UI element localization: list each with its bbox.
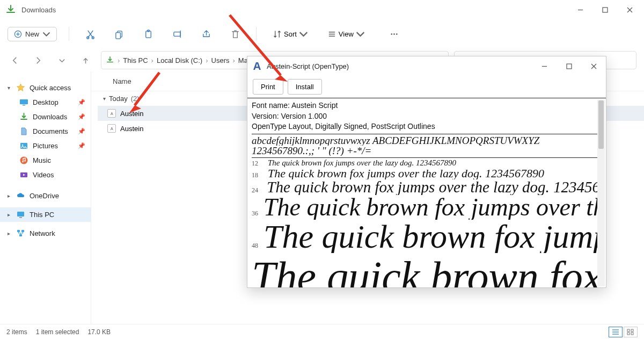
forward-button[interactable] — [31, 53, 45, 67]
chevron-right-icon: ▸ — [5, 212, 12, 218]
sort-button[interactable]: Sort — [268, 27, 312, 41]
sidebar-item-network[interactable]: ▸ Network — [0, 226, 91, 241]
share-icon[interactable] — [197, 25, 215, 43]
copy-icon[interactable] — [110, 25, 128, 43]
print-button[interactable]: Print — [253, 79, 283, 95]
file-name: Austein — [120, 125, 143, 133]
group-count: (2) — [131, 95, 140, 103]
svg-rect-11 — [145, 31, 151, 37]
minimize-button[interactable] — [532, 56, 557, 76]
sidebar-item-label: Pictures — [33, 142, 58, 150]
network-icon — [16, 229, 25, 238]
font-version-line: Version: Version 1.000 — [252, 111, 601, 122]
status-bar: 2 items 1 item selected 17.0 KB — [0, 324, 644, 339]
svg-point-28 — [22, 161, 24, 163]
new-button[interactable]: New — [8, 27, 57, 41]
font-name-line: Font name: Austein Script — [252, 100, 601, 111]
sample-size: 18 — [252, 171, 262, 179]
font-file-icon: A — [107, 124, 116, 133]
delete-icon[interactable] — [226, 25, 244, 43]
divider — [256, 27, 257, 41]
view-button[interactable]: View — [323, 27, 369, 41]
explorer-title: Downloads — [21, 6, 56, 14]
sample-size: 48 — [252, 242, 258, 250]
svg-rect-1 — [603, 8, 608, 12]
sidebar-item-desktop[interactable]: Desktop 📌 — [0, 95, 91, 110]
crumb-users[interactable]: Users — [211, 56, 230, 64]
cut-icon[interactable] — [81, 25, 99, 43]
downloads-folder-icon — [5, 4, 16, 15]
sidebar-item-label: Desktop — [33, 98, 58, 106]
svg-rect-31 — [17, 212, 24, 217]
scrollbar-thumb[interactable] — [598, 100, 604, 149]
pin-icon: 📌 — [78, 113, 85, 120]
sort-label: Sort — [284, 30, 297, 38]
svg-rect-44 — [567, 64, 572, 69]
maximize-button[interactable] — [592, 0, 617, 19]
icons-view-toggle[interactable] — [624, 327, 638, 337]
file-name: Austein — [120, 110, 143, 118]
svg-rect-13 — [173, 32, 180, 36]
rename-icon[interactable] — [168, 25, 186, 43]
install-button[interactable]: Install — [288, 79, 322, 95]
maximize-button[interactable] — [557, 56, 581, 76]
back-button[interactable] — [8, 53, 21, 67]
sample-text: The quick brown fox jumps over the lazy … — [268, 168, 544, 179]
videos-icon — [19, 170, 28, 179]
sidebar-item-label: Downloads — [33, 113, 67, 121]
svg-point-8 — [92, 37, 94, 39]
crumb-disk[interactable]: Local Disk (C:) — [157, 56, 202, 64]
window-controls — [568, 0, 642, 19]
chevron-down-icon: ▾ — [103, 96, 106, 102]
svg-point-26 — [22, 145, 24, 146]
sidebar-item-downloads[interactable]: Downloads 📌 — [0, 110, 91, 124]
chevron-right-icon: ▸ — [5, 193, 12, 199]
sidebar-item-label: This PC — [30, 211, 54, 219]
svg-rect-39 — [627, 329, 630, 331]
sample-size: 24 — [252, 186, 261, 194]
sidebar-item-this-pc[interactable]: ▸ This PC — [0, 207, 91, 222]
svg-rect-34 — [21, 230, 24, 232]
scrollbar[interactable] — [597, 99, 605, 286]
sidebar-item-documents[interactable]: Documents 📌 — [0, 124, 91, 139]
group-label: Today — [109, 95, 128, 103]
sidebar-item-label: Documents — [33, 127, 68, 135]
close-button[interactable] — [617, 0, 642, 19]
sidebar-item-label: Music — [33, 156, 51, 164]
sidebar-item-quick-access[interactable]: ▾ Quick access — [0, 81, 91, 95]
svg-rect-33 — [17, 230, 20, 232]
sidebar-item-pictures[interactable]: Pictures 📌 — [0, 139, 91, 153]
cloud-icon — [16, 191, 25, 200]
history-button[interactable] — [55, 53, 69, 67]
font-preview-body: Font name: Austein Script Version: Versi… — [247, 98, 606, 287]
up-button[interactable] — [78, 53, 92, 67]
new-label: New — [25, 30, 39, 38]
svg-rect-42 — [631, 333, 633, 335]
svg-point-27 — [20, 157, 28, 164]
sample-size: 36 — [252, 210, 258, 218]
column-name[interactable]: Name — [113, 77, 131, 85]
crumb-this-pc[interactable]: This PC — [123, 56, 148, 64]
numbers-line: 1234567890.:,; ' " (!?) +-*/= — [252, 146, 601, 156]
details-view-toggle[interactable] — [609, 327, 623, 337]
svg-point-20 — [396, 33, 398, 35]
music-icon — [19, 156, 28, 165]
sidebar-item-label: OneDrive — [30, 192, 59, 200]
minimize-button[interactable] — [568, 0, 592, 19]
svg-point-29 — [24, 160, 26, 162]
sidebar-item-label: Quick access — [30, 84, 71, 92]
svg-rect-35 — [19, 234, 22, 236]
navigation-sidebar: ▾ Quick access Desktop 📌 Downloads 📌 Doc… — [0, 72, 91, 324]
star-icon — [16, 83, 25, 92]
chevron-down-icon: ▾ — [5, 85, 12, 91]
status-size: 17.0 KB — [87, 328, 111, 336]
sidebar-item-music[interactable]: Music — [0, 153, 91, 168]
more-button[interactable] — [385, 25, 404, 43]
pictures-icon — [19, 141, 28, 150]
sample-text: The quick brown fox jumps over the lazy … — [264, 220, 601, 253]
sidebar-item-videos[interactable]: Videos — [0, 168, 91, 182]
paste-icon[interactable] — [139, 25, 157, 43]
sidebar-item-onedrive[interactable]: ▸ OneDrive — [0, 189, 91, 203]
monitor-icon — [16, 210, 25, 219]
close-button[interactable] — [581, 56, 606, 76]
